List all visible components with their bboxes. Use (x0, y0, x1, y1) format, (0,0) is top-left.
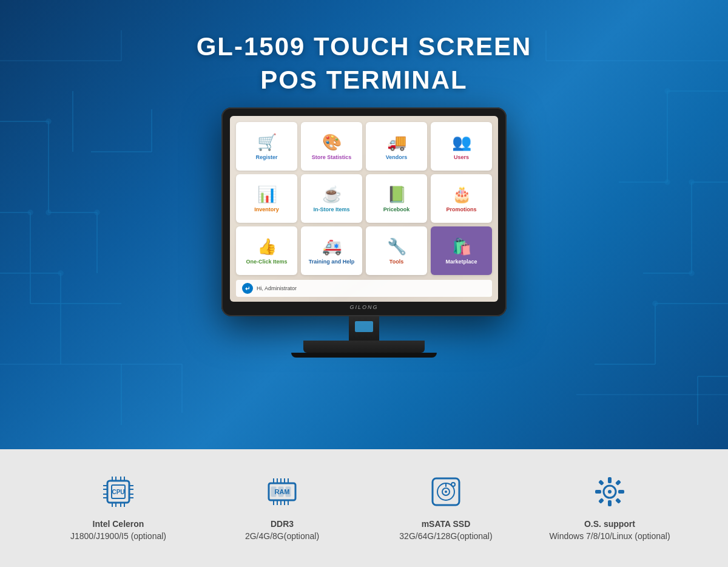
monitor-screen: 🛒Register🎨Store Statistics🚚Vendors👥Users… (230, 116, 498, 302)
svg-rect-90 (615, 498, 621, 504)
title-line2: POS TERMINAL (260, 66, 467, 94)
tile-promotions[interactable]: 🎂Promotions (431, 174, 492, 223)
pricebook-icon: 📗 (387, 185, 406, 204)
svg-point-82 (608, 490, 612, 494)
instore-label: In-Store Items (313, 206, 349, 213)
svg-rect-86 (618, 490, 624, 494)
tools-icon: 🔧 (387, 237, 406, 256)
tile-instore[interactable]: ☕In-Store Items (301, 174, 362, 223)
ssd-line2: 32G/64G/128G(optional) (399, 531, 492, 541)
svg-point-15 (95, 210, 99, 215)
monitor-neck (349, 316, 379, 341)
register-label: Register (255, 154, 277, 161)
svg-point-31 (689, 180, 694, 185)
monitor-bezel: 🛒Register🎨Store Statistics🚚Vendors👥Users… (221, 107, 507, 316)
svg-rect-72 (271, 487, 276, 497)
svg-rect-83 (608, 477, 612, 483)
greeting-text: Hi, Administrator (257, 285, 297, 291)
training-icon: 🚑 (322, 237, 342, 256)
cpu-line1: Intel Celeron (93, 519, 144, 529)
svg-point-80 (451, 483, 455, 486)
ram-icon: RAM (264, 474, 300, 512)
title-line1: GL-1509 TOUCH SCREEN (197, 32, 532, 61)
svg-point-30 (665, 180, 670, 185)
page-title: GL-1509 TOUCH SCREEN POS TERMINAL (197, 30, 532, 97)
monitor-base (303, 341, 425, 353)
stats-icon: 🎨 (322, 133, 342, 152)
tile-pricebook[interactable]: 📗Pricebook (366, 174, 427, 223)
svg-point-33 (653, 301, 658, 306)
svg-point-78 (445, 491, 447, 493)
svg-rect-74 (286, 487, 291, 497)
tile-tools[interactable]: 🔧Tools (366, 226, 427, 275)
users-label: Users (454, 154, 469, 161)
monitor-brand: GILONG (230, 304, 498, 310)
tile-oneclick[interactable]: 👍One-Click Items (236, 226, 297, 275)
ssd-line1: mSATA SSD (422, 519, 471, 529)
spec-os: O.S. supportWindows 7/8/10/Linux (option… (528, 474, 692, 542)
register-icon: 🛒 (257, 133, 277, 152)
svg-point-14 (46, 210, 51, 215)
inventory-icon: 📊 (257, 185, 277, 204)
tile-users[interactable]: 👥Users (431, 122, 492, 171)
spec-ssd: mSATA SSD32G/64G/128G(optional) (364, 474, 528, 542)
vendors-label: Vendors (386, 154, 408, 161)
svg-point-32 (689, 271, 694, 276)
tile-inventory[interactable]: 📊Inventory (236, 174, 297, 223)
marketplace-label: Marketplace (445, 259, 477, 265)
svg-rect-85 (595, 490, 601, 494)
stats-label: Store Statistics (312, 154, 352, 161)
os-icon (592, 474, 628, 512)
vendors-icon: 🚚 (387, 133, 406, 152)
training-label: Training and Help (309, 259, 355, 265)
svg-point-16 (28, 210, 33, 215)
svg-point-17 (58, 271, 63, 276)
svg-point-13 (46, 119, 51, 124)
promotions-icon: 🎂 (452, 185, 471, 204)
tiles-grid: 🛒Register🎨Store Statistics🚚Vendors👥Users… (236, 122, 492, 275)
cpu-text: Intel CeleronJ1800/J1900/I5 (optional) (70, 518, 166, 542)
inventory-label: Inventory (254, 206, 279, 213)
svg-rect-87 (598, 480, 604, 486)
top-section: GL-1509 TOUCH SCREEN POS TERMINAL 🛒Regis… (0, 0, 728, 449)
os-line1: O.S. support (584, 519, 635, 529)
tile-register[interactable]: 🛒Register (236, 122, 297, 171)
promotions-label: Promotions (446, 206, 476, 213)
svg-text:CPU: CPU (112, 489, 124, 495)
monitor-neck-light (355, 321, 373, 332)
ssd-text: mSATA SSD32G/64G/128G(optional) (399, 518, 492, 542)
users-icon: 👥 (452, 133, 471, 152)
tile-marketplace[interactable]: 🛍️Marketplace (431, 226, 492, 275)
tile-training[interactable]: 🚑Training and Help (301, 226, 362, 275)
cpu-line2: J1800/J1900/I5 (optional) (70, 531, 166, 541)
tile-vendors[interactable]: 🚚Vendors (366, 122, 427, 171)
specs-section: CPU Intel CeleronJ1800/J1900/I5 (optiona… (0, 449, 728, 567)
tools-label: Tools (389, 259, 403, 265)
svg-rect-84 (608, 500, 612, 506)
ram-line2: 2G/4G/8G(optional) (245, 531, 319, 541)
pricebook-label: Pricebook (383, 206, 410, 213)
svg-point-29 (665, 89, 670, 93)
avatar: ↵ (242, 283, 253, 294)
svg-rect-89 (598, 498, 604, 504)
oneclick-icon: 👍 (257, 237, 277, 256)
os-text: O.S. supportWindows 7/8/10/Linux (option… (549, 518, 670, 542)
svg-rect-73 (278, 487, 283, 497)
spec-ram: RAM DDR32G/4G/8G(optional) (200, 474, 364, 542)
status-bar: ↵ Hi, Administrator (236, 280, 492, 297)
cpu-icon: CPU (100, 474, 136, 512)
os-line2: Windows 7/8/10/Linux (optional) (549, 531, 670, 541)
marketplace-icon: 🛍️ (452, 237, 471, 256)
ram-line1: DDR3 (271, 519, 294, 529)
monitor-base-bottom (291, 353, 437, 358)
oneclick-label: One-Click Items (246, 259, 287, 265)
spec-cpu: CPU Intel CeleronJ1800/J1900/I5 (optiona… (36, 474, 200, 542)
ram-text: DDR32G/4G/8G(optional) (245, 518, 319, 542)
instore-icon: ☕ (322, 185, 342, 204)
ssd-icon (428, 474, 464, 512)
svg-rect-88 (615, 480, 621, 486)
tile-stats[interactable]: 🎨Store Statistics (301, 122, 362, 171)
monitor: 🛒Register🎨Store Statistics🚚Vendors👥Users… (221, 107, 507, 358)
